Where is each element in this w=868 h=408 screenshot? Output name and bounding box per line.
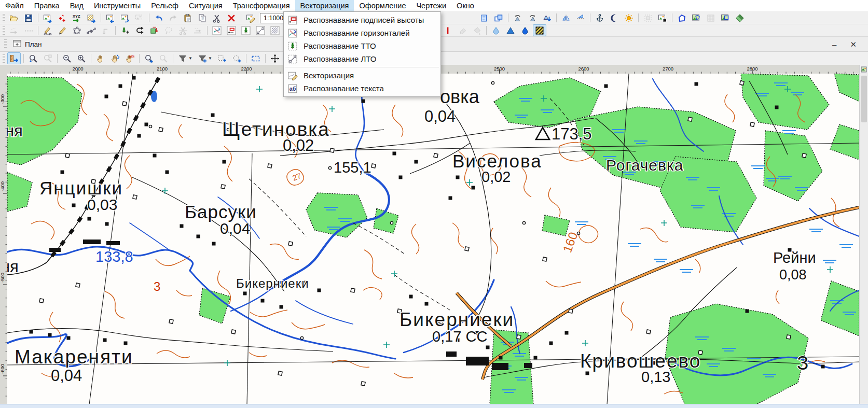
square-swap-icon[interactable] [147, 24, 161, 36]
delete-icon[interactable] [225, 12, 238, 24]
hand-marks-icon[interactable] [108, 52, 122, 64]
bucket-icon [470, 24, 484, 36]
filter-add-icon[interactable]: ▼ [196, 52, 214, 64]
svg-text:2000: 2000 [72, 66, 83, 72]
add-points-icon[interactable] [56, 12, 69, 24]
menu-item-top[interactable]: Файл [0, 0, 29, 11]
image-polygon-icon[interactable] [690, 12, 703, 24]
drop-light-icon[interactable] [489, 24, 503, 36]
svg-text:2600: 2600 [578, 66, 589, 72]
menu-item-top[interactable]: Окно [451, 0, 479, 11]
toolbar-separator [38, 26, 38, 35]
recog-height-sm-icon[interactable] [225, 24, 238, 36]
svg-text:NEW: NEW [129, 54, 134, 58]
copy-fragment-icon[interactable] [477, 12, 491, 24]
cut-line-icon [176, 24, 190, 36]
hand-pan-icon[interactable] [94, 52, 107, 64]
day-icon[interactable] [622, 12, 636, 24]
anchor-icon[interactable] [593, 12, 607, 24]
menu-vectorize-icon [287, 71, 298, 81]
image-square-icon[interactable] [719, 12, 732, 24]
vertical-scrollbar[interactable] [859, 65, 868, 404]
menu-lto-icon [287, 54, 298, 64]
image-back-icon[interactable] [104, 12, 117, 24]
map-label: ня [7, 122, 23, 140]
menu-item-распознавание-горизонталей[interactable]: Распознавание горизонталей [284, 26, 440, 39]
move-cross-icon[interactable] [268, 52, 282, 64]
recog-tto-sm-icon[interactable] [239, 24, 253, 36]
xyz-import-icon[interactable]: XYZ [70, 12, 84, 24]
ruler-move-icon[interactable] [7, 52, 21, 64]
night-icon[interactable] [608, 12, 621, 24]
rotate-right-icon[interactable] [526, 12, 539, 24]
drop-dark-icon[interactable] [518, 24, 532, 36]
marquee-add-icon[interactable] [215, 52, 229, 64]
zoom-out-icon[interactable] [60, 52, 74, 64]
menu-item-векторизация[interactable]: Векторизация [284, 69, 440, 82]
copy-icon[interactable] [196, 12, 209, 24]
hand-new-icon[interactable]: NEW [123, 52, 136, 64]
flip-horizontal-icon[interactable] [559, 12, 573, 24]
select-rect-icon[interactable] [249, 52, 263, 64]
wipe-green-icon[interactable] [733, 12, 747, 24]
map-label: 0,04 [424, 107, 456, 125]
zoom-select-icon[interactable] [26, 52, 40, 64]
minimize-button[interactable]: – [832, 40, 836, 48]
rotate-left-icon[interactable] [511, 12, 525, 24]
menu-item-top[interactable]: Трансформация [228, 0, 295, 11]
menu-item-top[interactable]: Вид [65, 0, 89, 11]
menu-item-распознавание-тто[interactable]: Распознавание ТТО [284, 39, 440, 52]
open-file-icon[interactable] [7, 12, 21, 24]
recog-lto-sm-icon[interactable] [254, 24, 267, 36]
recog-hatch-sm-icon[interactable] [268, 24, 282, 36]
polygon-blue-icon[interactable] [675, 12, 688, 24]
pencil-line-icon[interactable] [56, 24, 69, 36]
menu-item-active[interactable]: Векторизация [295, 0, 354, 11]
menu-item-label: Распознавание текста [304, 84, 384, 93]
menu-item-распознавание-текста[interactable]: абРаспознавание текста [284, 82, 440, 95]
zoom-add-icon[interactable] [142, 52, 156, 64]
menu-item-распознавание-лто[interactable]: Распознавание ЛТО [284, 52, 440, 65]
flip-vertical-icon[interactable] [574, 12, 587, 24]
hatch-yellow-icon[interactable] [533, 24, 546, 36]
menu-item-top[interactable]: Правка [29, 0, 65, 11]
cut-icon[interactable] [210, 12, 224, 24]
menu-item-top[interactable]: Инструменты [89, 0, 146, 11]
close-button[interactable]: ✕ [850, 40, 857, 48]
map-label: Рогачевка [606, 157, 683, 174]
menu-item-top[interactable]: Оформление [354, 0, 411, 11]
water-triangle-icon[interactable] [504, 24, 517, 36]
menu-item-top[interactable]: Рельеф [146, 0, 184, 11]
paste-icon[interactable] [181, 12, 195, 24]
image-crop-icon[interactable] [656, 12, 669, 24]
red-bar-icon[interactable] [441, 24, 454, 36]
save-icon[interactable] [22, 12, 35, 24]
map-label: 0,17 СС [432, 328, 487, 345]
pen-line-icon[interactable] [41, 24, 54, 36]
uturn-arrow-icon[interactable] [133, 24, 146, 36]
image-rotate-icon[interactable] [118, 12, 132, 24]
lasso-add-icon[interactable] [230, 52, 243, 64]
tree-add-icon[interactable] [118, 24, 132, 36]
filter-icon[interactable]: ▼ [176, 52, 195, 64]
zoom-in-icon[interactable] [75, 52, 88, 64]
menu-item-top[interactable]: Ситуация [184, 0, 228, 11]
overlap-squares-icon[interactable] [492, 12, 505, 24]
spline-nodes-icon[interactable] [85, 24, 98, 36]
horizontal-scrollbar[interactable] [0, 404, 868, 408]
vertical-scroll-thumb[interactable] [861, 76, 867, 122]
image-props-icon[interactable] [244, 12, 257, 24]
menu-item-top[interactable]: Чертежи [411, 0, 451, 11]
map-canvas[interactable]: Щетиновка0,02овка0,04Виселова0,02173,5Ро… [7, 74, 860, 404]
tab-plan[interactable]: План [10, 38, 48, 50]
svg-text:XYZ: XYZ [73, 14, 80, 19]
undo-icon[interactable] [152, 12, 166, 24]
rotate-down-icon[interactable] [540, 12, 554, 24]
hatch-export-icon[interactable] [85, 12, 98, 24]
overview-button[interactable] [860, 65, 867, 74]
menu-item-распознавание-подписей-высоты[interactable]: Распознавание подписей высоты [284, 13, 440, 26]
image-export-icon[interactable] [41, 12, 54, 24]
recog-contours-sm-icon[interactable] [210, 24, 224, 36]
zoom-ghost-icon [157, 52, 170, 64]
polygon-nodes-icon[interactable] [70, 24, 84, 36]
